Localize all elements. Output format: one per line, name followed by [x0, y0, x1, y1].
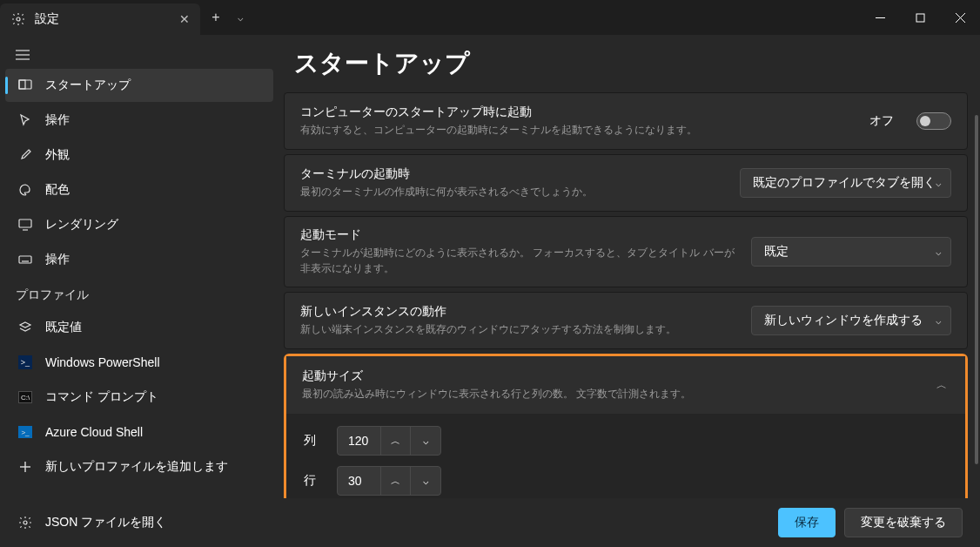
gear-icon	[10, 12, 26, 26]
rows-row: 行 30 ︿ ⌵	[304, 466, 948, 496]
minimize-button[interactable]	[860, 0, 900, 35]
sidebar-item-interaction[interactable]: 操作	[5, 104, 273, 137]
step-up-button[interactable]: ︿	[381, 467, 411, 495]
step-up-button[interactable]: ︿	[381, 427, 411, 455]
main-content: スタートアップ コンピューターのスタートアップ時に起動 有効にすると、コンピュー…	[279, 35, 980, 547]
chevron-down-icon: ⌵	[936, 178, 942, 189]
sidebar-item-actions[interactable]: 操作	[5, 243, 273, 276]
sidebar: スタートアップ 操作 外観 配色 レンダリング 操作 プロファイル 既定値 >_	[0, 35, 279, 547]
setting-title: ターミナルの起動時	[300, 166, 724, 182]
footer: 保存 変更を破棄する	[279, 498, 980, 547]
tab-dropdown-button[interactable]: ⌵	[232, 12, 249, 24]
brush-icon	[17, 148, 33, 162]
sidebar-profile-powershell[interactable]: >_ Windows PowerShell	[5, 346, 273, 379]
azure-icon: >_	[17, 426, 33, 438]
dropdown-value: 既定	[764, 244, 789, 260]
setting-desc: 最初のターミナルの作成時に何が表示されるべきでしょうか。	[300, 184, 724, 199]
dropdown[interactable]: 新しいウィンドウを作成する ⌵	[751, 306, 951, 335]
sidebar-item-label: 操作	[45, 112, 70, 128]
gear-icon	[17, 516, 33, 530]
sidebar-item-label: スタートアップ	[45, 78, 131, 93]
palette-icon	[17, 183, 33, 197]
close-tab-icon[interactable]: ✕	[179, 12, 190, 26]
setting-title: コンピューターのスタートアップ時に起動	[300, 105, 854, 120]
columns-label: 列	[304, 433, 325, 449]
sidebar-open-json[interactable]: JSON ファイルを開く	[5, 506, 273, 539]
scrollbar-thumb[interactable]	[975, 115, 978, 464]
dropdown-value: 新しいウィンドウを作成する	[764, 313, 923, 328]
sidebar-item-label: コマンド プロンプト	[45, 389, 158, 405]
cursor-icon	[17, 113, 33, 127]
svg-point-16	[23, 521, 27, 524]
chevron-up-icon[interactable]: ︿	[934, 378, 950, 393]
sidebar-item-rendering[interactable]: レンダリング	[5, 208, 273, 241]
sidebar-add-profile[interactable]: 新しいプロファイルを追加します	[5, 450, 273, 483]
sidebar-item-startup[interactable]: スタートアップ	[5, 69, 273, 102]
chevron-down-icon: ⌵	[936, 246, 942, 258]
scrollbar[interactable]	[975, 115, 978, 495]
monitor-icon	[17, 218, 33, 232]
sidebar-profile-defaults[interactable]: 既定値	[5, 311, 273, 344]
columns-input[interactable]: 120 ︿ ⌵	[337, 426, 441, 456]
launch-size-body: 列 120 ︿ ⌵ 行 30 ︿ ⌵	[286, 414, 965, 508]
chevron-down-icon: ⌵	[936, 315, 942, 327]
profiles-header: プロファイル	[0, 277, 279, 310]
svg-rect-2	[916, 14, 924, 22]
sidebar-item-appearance[interactable]: 外観	[5, 138, 273, 172]
new-tab-button[interactable]: +	[200, 10, 232, 25]
setting-desc: 有効にすると、コンピューターの起動時にターミナルを起動できるようになります。	[300, 122, 854, 138]
setting-launch-size-group: 起動サイズ 最初の読み込み時にウィンドウに表示される行と列の数。 文字数で計測さ…	[284, 354, 968, 510]
setting-launch-on-startup[interactable]: コンピューターのスタートアップ時に起動 有効にすると、コンピューターの起動時にタ…	[284, 92, 968, 150]
sidebar-profile-cmd[interactable]: C:\ コマンド プロンプト	[5, 381, 273, 414]
sidebar-item-label: 新しいプロファイルを追加します	[45, 459, 228, 475]
setting-title: 起動モード	[300, 227, 735, 243]
sidebar-item-label: 外観	[45, 147, 70, 163]
sidebar-item-label: 操作	[45, 252, 70, 267]
tab-title: 設定	[35, 11, 59, 27]
save-button[interactable]: 保存	[778, 508, 836, 537]
powershell-icon: >_	[17, 355, 33, 369]
sidebar-item-label: 配色	[45, 182, 70, 198]
dropdown-value: 既定のプロファイルでタブを開く	[753, 175, 936, 191]
sidebar-profile-azure[interactable]: >_ Azure Cloud Shell	[5, 415, 273, 449]
discard-button[interactable]: 変更を破棄する	[844, 508, 963, 537]
sidebar-item-label: Azure Cloud Shell	[45, 425, 143, 439]
startup-icon	[17, 78, 33, 92]
keyboard-icon	[17, 253, 33, 267]
setting-launch-size[interactable]: 起動サイズ 最初の読み込み時にウィンドウに表示される行と列の数。 文字数で計測さ…	[286, 356, 965, 414]
svg-rect-9	[19, 80, 25, 89]
dropdown[interactable]: 既定 ⌵	[751, 237, 951, 267]
svg-point-0	[17, 17, 20, 21]
titlebar: 設定 ✕ + ⌵	[0, 0, 980, 35]
setting-desc: 新しい端末インスタンスを既存のウィンドウにアタッチする方法を制御します。	[300, 321, 735, 337]
plus-icon	[17, 460, 33, 474]
sidebar-item-label: JSON ファイルを開く	[45, 515, 166, 530]
setting-terminal-launch[interactable]: ターミナルの起動時 最初のターミナルの作成時に何が表示されるべきでしょうか。 既…	[284, 154, 968, 212]
step-down-button[interactable]: ⌵	[411, 427, 440, 455]
cmd-icon: C:\	[17, 391, 33, 403]
setting-new-instance[interactable]: 新しいインスタンスの動作 新しい端末インスタンスを既存のウィンドウにアタッチする…	[284, 292, 968, 349]
sidebar-item-label: 既定値	[45, 320, 82, 335]
sidebar-item-colorschemes[interactable]: 配色	[5, 173, 273, 206]
setting-title: 起動サイズ	[302, 368, 918, 384]
page-title: スタートアップ	[279, 35, 980, 92]
rows-label: 行	[304, 473, 325, 489]
tab-settings[interactable]: 設定 ✕	[0, 3, 200, 35]
close-window-button[interactable]	[940, 0, 980, 35]
maximize-button[interactable]	[900, 0, 940, 35]
setting-launch-mode[interactable]: 起動モード ターミナルが起動時にどのように表示されるか。 フォーカスすると、タブ…	[284, 216, 968, 287]
columns-row: 列 120 ︿ ⌵	[304, 426, 948, 456]
menu-toggle-button[interactable]	[0, 44, 279, 68]
setting-desc: ターミナルが起動時にどのように表示されるか。 フォーカスすると、タブとタイトル …	[300, 245, 735, 276]
step-down-button[interactable]: ⌵	[411, 467, 440, 495]
layers-icon	[17, 321, 33, 334]
rows-input[interactable]: 30 ︿ ⌵	[337, 466, 441, 496]
sidebar-item-label: レンダリング	[45, 217, 118, 233]
setting-desc: 最初の読み込み時にウィンドウに表示される行と列の数。 文字数で計測されます。	[302, 386, 918, 402]
sidebar-item-label: Windows PowerShell	[45, 355, 160, 369]
window-controls	[860, 0, 980, 35]
setting-title: 新しいインスタンスの動作	[300, 304, 735, 320]
dropdown[interactable]: 既定のプロファイルでタブを開く ⌵	[740, 168, 951, 198]
svg-rect-10	[19, 219, 31, 227]
toggle-switch[interactable]	[916, 112, 951, 130]
